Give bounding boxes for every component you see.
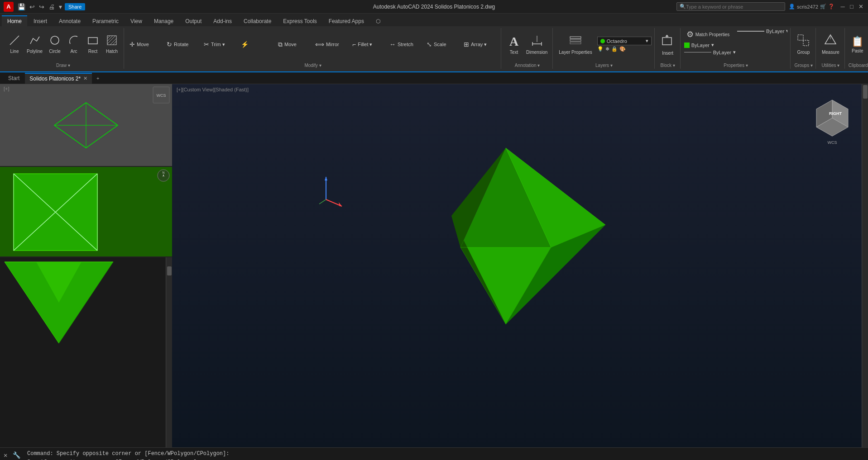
viewport-main[interactable]: [+][Custom View][Shaded (Fast)]: [172, 84, 862, 447]
layer-dropdown[interactable]: Octaedro ▾: [597, 37, 652, 45]
ribbon-group-block: Insert Block ▾: [656, 28, 681, 69]
array-button[interactable]: ⊞ Array ▾: [462, 40, 498, 49]
measure-button[interactable]: Measure: [820, 33, 842, 56]
scale-button[interactable]: ⤡ Scale: [425, 40, 461, 49]
block-items: Insert: [658, 28, 677, 61]
dropdown-icon[interactable]: ▾: [58, 2, 63, 11]
layer-freeze-icon[interactable]: ❄: [605, 46, 609, 52]
viewport-mid-left[interactable]: N: [0, 167, 172, 257]
search-input[interactable]: [686, 4, 777, 9]
block-expand[interactable]: ▾: [673, 63, 675, 68]
lineweight-dropdown[interactable]: ByLayer: [766, 28, 784, 34]
viewport-top-left[interactable]: WCS [+]: [0, 84, 172, 167]
layers-expand[interactable]: ▾: [610, 63, 613, 68]
match-properties-button[interactable]: ⚙ Match Properties: [684, 28, 732, 41]
tab-insert[interactable]: Insert: [28, 15, 53, 26]
group-button[interactable]: Group: [794, 33, 812, 56]
scale-icon: ⤡: [427, 41, 432, 48]
arc-button[interactable]: Arc: [65, 33, 83, 55]
layer-color-icon[interactable]: 🎨: [619, 46, 626, 52]
help-icon[interactable]: ❓: [828, 4, 834, 9]
vp-tl-navcube[interactable]: WCS: [152, 86, 170, 105]
command-tools-button[interactable]: 🔧: [13, 451, 20, 459]
command-line-2: Specify opposite corner or [Fence/WPolyg…: [27, 458, 841, 460]
draw-expand[interactable]: ▾: [68, 63, 70, 68]
tab-annotate[interactable]: Annotate: [53, 15, 86, 26]
linetype-arrow[interactable]: ▾: [733, 49, 736, 55]
vp-bl-scrollbar[interactable]: [166, 257, 172, 447]
mirror-button[interactable]: ⟺ Mirror: [313, 40, 350, 49]
paste-button[interactable]: 📋 Paste: [849, 34, 867, 55]
command-close-button[interactable]: ✕: [4, 451, 7, 459]
share-button[interactable]: Share: [65, 3, 85, 10]
polyline-button[interactable]: Polyline: [24, 33, 45, 55]
vp-ml-svg: [0, 167, 172, 256]
tab-addins[interactable]: Add-ins: [208, 15, 237, 26]
props-expand[interactable]: ▾: [746, 63, 748, 68]
maximize-button[interactable]: □: [848, 3, 855, 10]
redo-icon[interactable]: ↪: [38, 2, 46, 11]
stretch-button[interactable]: ↔ Stretch: [388, 40, 424, 49]
minimize-button[interactable]: ─: [839, 3, 846, 10]
nav-cube-3d[interactable]: RIGHT WCS: [812, 98, 853, 147]
close-tab-button[interactable]: ✕: [83, 76, 87, 81]
layer-name: Octaedro: [607, 38, 627, 44]
move-button[interactable]: ✛ Move: [128, 40, 164, 49]
dimension-button[interactable]: Dimension: [524, 33, 550, 56]
color-arrow[interactable]: ▾: [711, 42, 714, 48]
svg-rect-15: [570, 42, 581, 44]
start-tab[interactable]: Start: [4, 73, 24, 83]
trim-button[interactable]: ✂ Trim ▾: [202, 40, 238, 49]
save-icon[interactable]: 💾: [16, 2, 27, 11]
color-dropdown[interactable]: ByLayer: [691, 43, 710, 48]
text-button[interactable]: A Text: [505, 33, 523, 56]
tab-featured[interactable]: Featured Apps: [323, 15, 369, 26]
close-button[interactable]: ✕: [857, 3, 864, 10]
scrollbar-thumb[interactable]: [863, 85, 868, 99]
utilities-expand[interactable]: ▾: [837, 63, 839, 68]
viewport-scrollbar[interactable]: [862, 84, 868, 447]
command-line-1: Command: Specify opposite corner or [Fen…: [27, 450, 841, 458]
hatch-button[interactable]: Hatch: [103, 33, 121, 55]
search-icon: 🔍: [680, 4, 686, 9]
match-btn[interactable]: ⚡: [239, 40, 275, 49]
fillet-button[interactable]: ⌐ Fillet ▾: [350, 40, 387, 49]
groups-expand[interactable]: ▾: [810, 63, 813, 68]
svg-rect-14: [570, 39, 581, 41]
cart-icon[interactable]: 🛒: [820, 4, 826, 9]
tab-express[interactable]: Express Tools: [278, 15, 322, 26]
hatch-icon: [106, 35, 117, 48]
layer-properties-button[interactable]: Layer Properties: [556, 33, 594, 56]
tab-more[interactable]: ⬡: [370, 15, 386, 26]
circle-button[interactable]: Circle: [46, 33, 64, 55]
tab-home[interactable]: Home: [2, 15, 27, 26]
vp-bl-scroll-thumb[interactable]: [167, 266, 172, 275]
tab-view[interactable]: View: [125, 15, 148, 26]
plot-icon[interactable]: 🖨: [47, 2, 56, 11]
app-icon[interactable]: A: [4, 2, 14, 12]
block-group-label: Block ▾: [658, 63, 677, 69]
copy-button[interactable]: ⧉ Move: [276, 40, 312, 49]
lineweight-arrow[interactable]: ▾: [786, 28, 787, 34]
tab-parametric[interactable]: Parametric: [87, 15, 124, 26]
new-tab-button[interactable]: +: [93, 74, 103, 83]
line-button[interactable]: Line: [5, 33, 24, 55]
tab-manage[interactable]: Manage: [149, 15, 179, 26]
layer-lock-icon[interactable]: 🔒: [611, 46, 618, 52]
document-tab-active[interactable]: Solidos Platonicos 2* ✕: [25, 73, 92, 84]
search-box[interactable]: 🔍: [676, 2, 785, 11]
tab-collaborate[interactable]: Collaborate: [238, 15, 277, 26]
modify-expand[interactable]: ▾: [319, 63, 321, 68]
insert-button[interactable]: Insert: [658, 32, 677, 57]
rotate-button[interactable]: ↻ Rotate: [165, 40, 201, 49]
tab-output[interactable]: Output: [180, 15, 207, 26]
viewport-bottom-left[interactable]: [0, 257, 172, 447]
rectangle-button[interactable]: Rect: [84, 33, 102, 55]
layer-on-icon[interactable]: 💡: [597, 46, 604, 52]
linetype-dropdown[interactable]: ByLayer: [713, 50, 731, 55]
layer-dropdown-arrow[interactable]: ▾: [646, 38, 648, 44]
vp-ml-compass[interactable]: N: [157, 169, 170, 183]
annotation-expand[interactable]: ▾: [537, 63, 540, 68]
octahedron-svg: [415, 134, 642, 360]
undo-icon[interactable]: ↩: [28, 2, 36, 11]
